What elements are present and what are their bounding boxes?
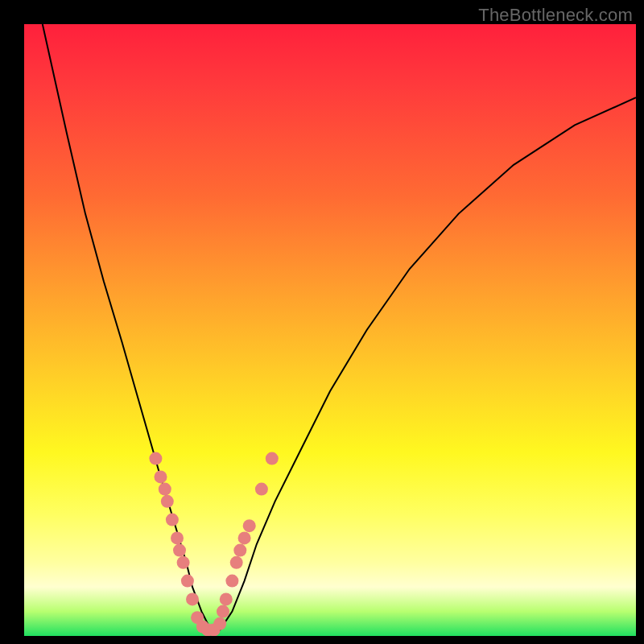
bottleneck-curve	[43, 24, 636, 630]
watermark-text: TheBottleneck.com	[478, 5, 633, 26]
data-point	[166, 514, 179, 526]
data-point	[233, 544, 246, 557]
data-point	[255, 483, 268, 496]
data-point	[159, 483, 171, 496]
data-point	[186, 592, 199, 605]
data-point	[243, 519, 256, 532]
data-point	[266, 452, 279, 465]
plot-area	[24, 24, 636, 636]
data-point	[177, 556, 190, 569]
data-point	[217, 605, 229, 618]
data-point	[171, 531, 184, 544]
data-point	[181, 575, 194, 588]
data-point	[225, 575, 238, 588]
data-point	[220, 592, 233, 605]
data-point	[173, 544, 186, 557]
bottleneck-chart	[24, 24, 636, 636]
data-point	[238, 531, 251, 544]
data-point	[149, 452, 162, 465]
data-point	[161, 495, 174, 508]
data-point	[213, 617, 226, 630]
data-points	[149, 452, 278, 636]
data-point	[155, 470, 167, 483]
data-point	[230, 556, 243, 569]
chart-frame: TheBottleneck.com	[0, 0, 644, 644]
